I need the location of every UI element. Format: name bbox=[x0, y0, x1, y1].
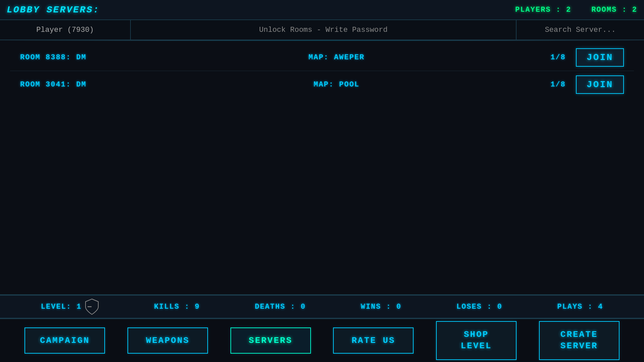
lobby-title: LOBBY SERVERS: bbox=[7, 5, 100, 15]
stats-bar: LEVEL: 1 KILLS : 9 DEATHS : 0 WINS : 0 L… bbox=[0, 295, 644, 318]
search-field[interactable]: Search Server... bbox=[517, 20, 644, 40]
bottom-nav: CAMPAIGN WEAPONS SERVERS RATE US SHOP LE… bbox=[0, 318, 644, 362]
player-field[interactable]: Player (7930) bbox=[0, 20, 131, 40]
shop-level-button[interactable]: SHOP LEVEL bbox=[436, 321, 517, 360]
kills-label: KILLS : 9 bbox=[154, 303, 200, 311]
header-stats: PLAYERS : 2 ROOMS : 2 bbox=[515, 6, 637, 14]
room-map: MAP: POOL bbox=[148, 80, 526, 89]
room-slots: 1/8 bbox=[526, 80, 566, 89]
plays-label: PLAYS : 4 bbox=[557, 303, 603, 311]
shop-level-line1: SHOP bbox=[464, 329, 489, 340]
level-label: LEVEL: 1 bbox=[41, 303, 82, 311]
shield-icon bbox=[85, 298, 99, 315]
wins-label: WINS : 0 bbox=[361, 303, 401, 311]
create-server-line2: SERVER bbox=[560, 341, 598, 351]
top-bar: Player (7930) Unlock Rooms - Write Passw… bbox=[0, 20, 644, 40]
campaign-button[interactable]: CAMPAIGN bbox=[24, 327, 105, 354]
weapons-button[interactable]: WEAPONS bbox=[127, 327, 208, 354]
loses-label: LOSES : 0 bbox=[457, 303, 502, 311]
table-row: ROOM 3041: DM MAP: POOL 1/8 JOIN bbox=[10, 71, 634, 98]
search-placeholder: Search Server... bbox=[545, 26, 615, 34]
kills-item: KILLS : 9 bbox=[154, 303, 200, 311]
join-button-2[interactable]: JOIN bbox=[576, 75, 624, 94]
deaths-item: DEATHS : 0 bbox=[255, 303, 306, 311]
room-slots: 1/8 bbox=[526, 53, 566, 62]
table-row: ROOM 8388: DM MAP: AWEPER 1/8 JOIN bbox=[10, 44, 634, 71]
create-server-button[interactable]: CREATE SERVER bbox=[539, 321, 620, 360]
servers-button[interactable]: SERVERS bbox=[230, 327, 311, 354]
rooms-count: ROOMS : 2 bbox=[591, 6, 637, 14]
header: LOBBY SERVERS: PLAYERS : 2 ROOMS : 2 bbox=[0, 0, 644, 20]
player-value: Player (7930) bbox=[36, 26, 94, 34]
players-count: PLAYERS : 2 bbox=[515, 6, 571, 14]
shop-level-line2: LEVEL bbox=[461, 341, 492, 351]
password-placeholder: Unlock Rooms - Write Password bbox=[259, 26, 388, 34]
room-map: MAP: AWEPER bbox=[148, 53, 526, 62]
main-container: LOBBY SERVERS: PLAYERS : 2 ROOMS : 2 Pla… bbox=[0, 0, 644, 362]
rate-us-button[interactable]: RATE US bbox=[333, 327, 414, 354]
join-button-1[interactable]: JOIN bbox=[576, 48, 624, 67]
create-server-line1: CREATE bbox=[560, 329, 598, 340]
wins-item: WINS : 0 bbox=[361, 303, 401, 311]
level-item: LEVEL: 1 bbox=[41, 298, 99, 315]
room-name: ROOM 8388: DM bbox=[20, 53, 148, 62]
password-field[interactable]: Unlock Rooms - Write Password bbox=[131, 20, 517, 40]
plays-item: PLAYS : 4 bbox=[557, 303, 603, 311]
deaths-label: DEATHS : 0 bbox=[255, 303, 306, 311]
loses-item: LOSES : 0 bbox=[457, 303, 502, 311]
room-name: ROOM 3041: DM bbox=[20, 80, 148, 89]
room-list: ROOM 8388: DM MAP: AWEPER 1/8 JOIN ROOM … bbox=[0, 41, 644, 295]
